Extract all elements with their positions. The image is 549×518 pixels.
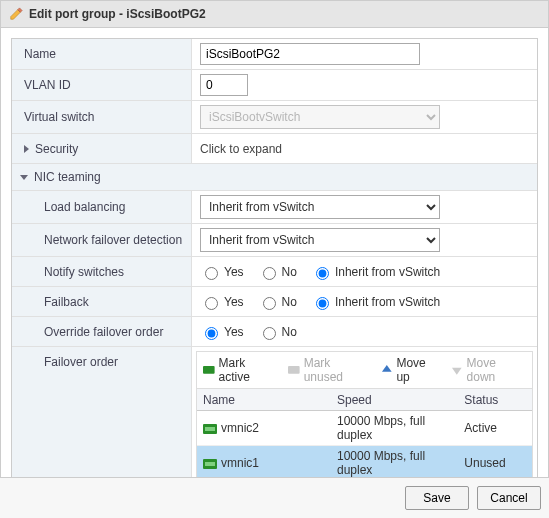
- notify-radio-group: Yes No Inherit from vSwitch: [192, 257, 537, 286]
- nic-teaming-header[interactable]: NIC teaming: [12, 164, 537, 191]
- failback-yes[interactable]: Yes: [200, 294, 244, 310]
- failover-order-label: Failover order: [12, 347, 192, 486]
- failback-inherit[interactable]: Inherit from vSwitch: [311, 294, 440, 310]
- row-security[interactable]: Security Click to expand: [12, 134, 537, 164]
- nic-speed: 10000 Mbps, full duplex: [331, 411, 458, 445]
- mark-unused-icon: [288, 364, 300, 376]
- notify-yes[interactable]: Yes: [200, 264, 244, 280]
- vlan-label: VLAN ID: [12, 70, 192, 100]
- failback-label: Failback: [12, 287, 192, 316]
- row-vlan: VLAN ID: [12, 70, 537, 101]
- move-down-button: Move down: [451, 356, 526, 384]
- failover-detect-select[interactable]: Inherit from vSwitch: [200, 228, 440, 252]
- arrow-down-icon: [451, 364, 463, 376]
- col-name: Name: [197, 390, 331, 410]
- failover-table: Name Speed Status vmnic2 10000 Mbps, ful…: [197, 388, 532, 481]
- form-panel: Name VLAN ID Virtual switch iScsiBootvSw…: [11, 38, 538, 518]
- row-load-balancing: Load balancing Inherit from vSwitch: [12, 191, 537, 224]
- table-row[interactable]: vmnic1 10000 Mbps, full duplex Unused: [197, 446, 532, 481]
- table-header: Name Speed Status: [197, 389, 532, 411]
- row-vswitch: Virtual switch iScsiBootvSwitch: [12, 101, 537, 134]
- mark-active-icon: [203, 364, 215, 376]
- nic-teaming-label: NIC teaming: [34, 170, 101, 184]
- failover-order-panel: Mark active Mark unused Move up Mov: [196, 351, 533, 482]
- name-input[interactable]: [200, 43, 420, 65]
- row-name: Name: [12, 39, 537, 70]
- nic-speed: 10000 Mbps, full duplex: [331, 446, 458, 480]
- notify-no[interactable]: No: [258, 264, 297, 280]
- col-status: Status: [458, 390, 532, 410]
- override-yes[interactable]: Yes: [200, 324, 244, 340]
- nic-name: vmnic2: [221, 421, 259, 435]
- failover-toolbar: Mark active Mark unused Move up Mov: [197, 352, 532, 388]
- chevron-right-icon: [24, 145, 29, 153]
- notify-label: Notify switches: [12, 257, 192, 286]
- load-balancing-label: Load balancing: [12, 191, 192, 223]
- arrow-up-icon: [381, 364, 393, 376]
- failback-radio-group: Yes No Inherit from vSwitch: [192, 287, 537, 316]
- row-override: Override failover order Yes No: [12, 317, 537, 347]
- svg-rect-5: [205, 462, 215, 466]
- vswitch-select: iScsiBootvSwitch: [200, 105, 440, 129]
- nic-status: Unused: [458, 453, 532, 473]
- vlan-input[interactable]: [200, 74, 248, 96]
- vswitch-label: Virtual switch: [12, 101, 192, 133]
- col-speed: Speed: [331, 390, 458, 410]
- titlebar: Edit port group - iScsiBootPG2: [1, 1, 548, 28]
- row-failover-order: Failover order Mark active Mark unused: [12, 347, 537, 487]
- mark-active-button[interactable]: Mark active: [203, 356, 278, 384]
- nic-icon: [203, 458, 217, 468]
- override-no[interactable]: No: [258, 324, 297, 340]
- cancel-button[interactable]: Cancel: [477, 486, 541, 510]
- override-radio-group: Yes No: [192, 317, 537, 346]
- notify-inherit[interactable]: Inherit from vSwitch: [311, 264, 440, 280]
- row-failover-detection: Network failover detection Inherit from …: [12, 224, 537, 257]
- save-button[interactable]: Save: [405, 486, 469, 510]
- load-balancing-select[interactable]: Inherit from vSwitch: [200, 195, 440, 219]
- nic-status: Active: [458, 418, 532, 438]
- failover-detect-label: Network failover detection: [12, 224, 192, 256]
- dialog-title: Edit port group - iScsiBootPG2: [29, 7, 206, 21]
- row-notify-switches: Notify switches Yes No Inherit from vSwi…: [12, 257, 537, 287]
- row-failback: Failback Yes No Inherit from vSwitch: [12, 287, 537, 317]
- dialog-footer: Save Cancel: [0, 477, 549, 518]
- nic-icon: [203, 423, 217, 433]
- failback-no[interactable]: No: [258, 294, 297, 310]
- mark-unused-button: Mark unused: [288, 356, 371, 384]
- svg-rect-3: [205, 427, 215, 431]
- override-label: Override failover order: [12, 317, 192, 346]
- nic-name: vmnic1: [221, 456, 259, 470]
- name-label: Name: [12, 39, 192, 69]
- svg-rect-0: [203, 366, 215, 374]
- table-row[interactable]: vmnic2 10000 Mbps, full duplex Active: [197, 411, 532, 446]
- security-label: Security: [35, 142, 78, 156]
- chevron-down-icon: [20, 175, 28, 180]
- pencil-icon: [9, 7, 23, 21]
- move-up-button[interactable]: Move up: [381, 356, 441, 384]
- security-hint: Click to expand: [192, 134, 537, 163]
- svg-rect-1: [288, 366, 300, 374]
